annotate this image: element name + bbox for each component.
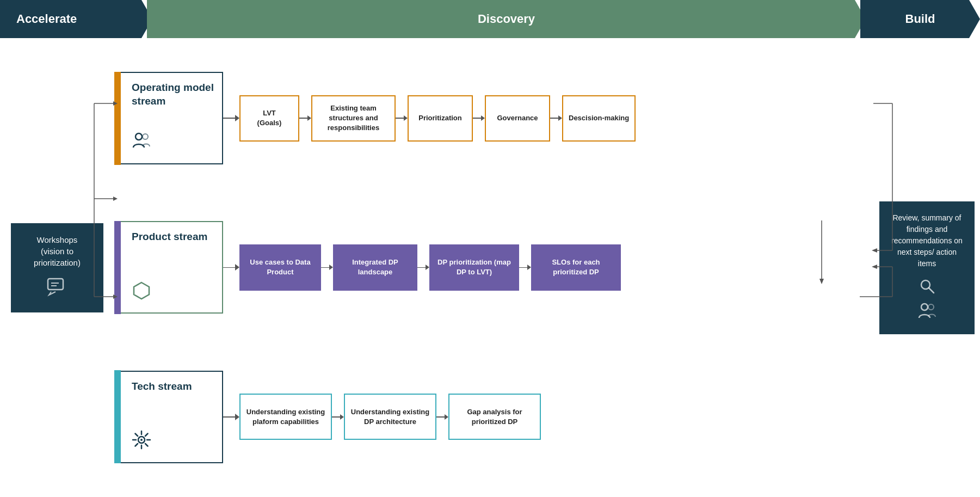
operating-process-boxes: LVT(Goals) Existing team structures and … [239,95,874,142]
review-box: Review, summary of findings and recommen… [879,201,975,334]
op-box-3: Prioritization [408,95,473,142]
op-arrow-2 [396,115,408,121]
svg-line-9 [929,288,934,293]
operating-label-box: Operating model stream [114,72,223,164]
prod-arrow-2 [417,265,429,270]
product-process-boxes: Use cases to Data Product Integrated DP … [239,244,874,291]
right-panel: Review, summary of findings and recommen… [874,38,980,497]
operating-icon [132,131,151,155]
op-arrow-4 [550,115,562,121]
prod-arrow-3 [519,265,531,270]
search-icon [919,278,936,297]
op-arrow-3 [473,115,485,121]
tech-arrow-2 [436,414,448,420]
tech-stream-section: Tech stream [114,345,874,489]
header-discovery: Discovery [147,0,866,38]
workshops-label: Workshops(vision toprioritization) [34,234,81,268]
tech-bar [114,370,121,463]
tech-arrow-1 [332,414,344,420]
svg-rect-0 [48,279,63,290]
product-arrow-in [223,264,239,271]
tech-icon [132,430,151,454]
left-panel: Workshops(vision toprioritization) [0,38,114,497]
content-row: Workshops(vision toprioritization) [0,38,980,497]
review-label: Review, summary of findings and recommen… [887,212,966,269]
product-stream-section: Product stream Use cases to Data Product [114,195,874,339]
header-accelerate: Accelerate [0,0,152,38]
discovery-label: Discovery [478,12,535,26]
op-box-5: Descision-making [562,95,636,142]
op-box-1: LVT(Goals) [239,95,299,142]
op-arrow-1 [299,115,311,121]
op-box-2: Existing team structures and responsibil… [311,95,396,142]
op-box-4: Governance [485,95,550,142]
tech-box-2: Understanding existing DP architecture [344,394,436,440]
build-label: Build [905,12,935,26]
accelerate-label: Accelerate [16,12,77,26]
tech-arrow-in [223,414,239,420]
tech-box-3: Gap analysis for prioritized DP [448,394,541,440]
full-layout: Accelerate Discovery Build Workshops(vis… [0,0,980,497]
tech-box-1: Understanding existing plaform capabilit… [239,394,332,440]
svg-point-3 [135,133,142,140]
prod-box-4: SLOs for each prioritized DP [531,244,621,291]
operating-arrow-in [223,115,239,121]
svg-point-10 [921,304,928,310]
svg-point-11 [928,304,934,310]
product-title: Product stream [132,230,207,244]
operating-bar [114,72,121,165]
product-bar [114,221,121,314]
review-icons [917,278,937,323]
workshops-box: Workshops(vision toprioritization) [11,223,103,312]
operating-title: Operating model stream [132,81,214,108]
workshops-chat-icon [47,277,67,302]
product-label-box: Product stream [114,221,223,314]
svg-marker-5 [134,283,149,299]
tech-process-boxes: Understanding existing plaform capabilit… [239,394,874,440]
prod-box-3: DP prioritization (map DP to LVT) [429,244,519,291]
tech-label-box: Tech stream [114,371,223,463]
operating-stream-section: Operating model stream [114,46,874,190]
prod-box-1: Use cases to Data Product [239,244,321,291]
product-icon [132,280,151,304]
people-icon [917,302,937,323]
svg-point-4 [143,134,148,139]
prod-box-2: Integrated DP landscape [333,244,417,291]
tech-title: Tech stream [132,380,192,394]
prod-arrow-1 [321,265,333,270]
streams-area: Operating model stream [114,38,874,497]
svg-point-7 [140,439,143,441]
header-row: Accelerate Discovery Build [0,0,980,38]
header-build: Build [860,0,980,38]
